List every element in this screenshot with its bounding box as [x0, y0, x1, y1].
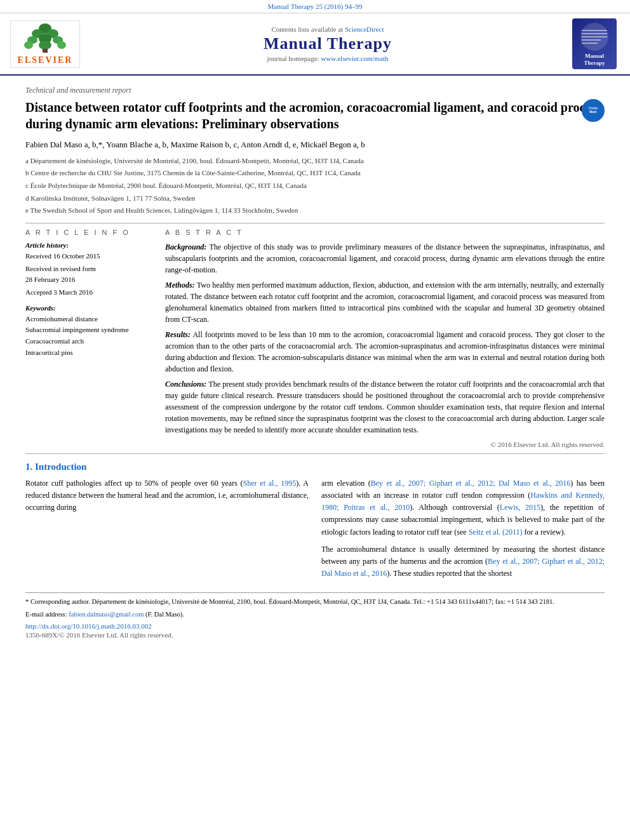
- received-revised-entry: Received in revised form28 February 2016: [25, 263, 152, 284]
- lewis-ref[interactable]: Lewis, 2015: [500, 503, 540, 512]
- divider-1: [25, 223, 605, 223]
- affiliation-a: a Département de kinésiologie, Universit…: [25, 156, 605, 167]
- crossmark-badge: Cross Mark: [582, 99, 605, 122]
- intro-two-col: Rotator cuff pathologies affect up to 50…: [25, 477, 605, 585]
- journal-logo-box-container: ManualTherapy: [569, 18, 620, 69]
- affiliation-b: b Centre de recherche du CHU Ste Justine…: [25, 168, 605, 179]
- authors-text: Fabien Dal Maso a, b,*, Yoann Blache a, …: [25, 140, 365, 149]
- abstract-column: A B S T R A C T Background: The objectiv…: [165, 229, 605, 448]
- intro-right-col: arm elevation (Bey et al., 2007; Giphart…: [321, 477, 605, 585]
- bey-ref-2[interactable]: Bey et al., 2007; Giphart et al., 2012; …: [321, 557, 605, 578]
- abstract-background: Background: The objective of this study …: [165, 241, 605, 276]
- intro-left-col: Rotator cuff pathologies affect up to 50…: [25, 477, 309, 585]
- elsevier-logo: ELSEVIER: [10, 20, 80, 68]
- authors-line: Fabien Dal Maso a, b,*, Yoann Blache a, …: [25, 138, 605, 152]
- affiliation-c: c École Polytechnique de Montréal, 2900 …: [25, 180, 605, 192]
- intro-heading: 1. Introduction: [25, 462, 605, 472]
- intro-title: Introduction: [35, 462, 86, 472]
- intro-left-para1: Rotator cuff pathologies affect up to 50…: [25, 477, 309, 514]
- bey-ref[interactable]: Bey et al., 2007; Giphart et al., 2012; …: [371, 479, 571, 488]
- svg-point-6: [24, 41, 33, 49]
- intro-number: 1.: [25, 462, 32, 472]
- journal-logo-title: ManualTherapy: [584, 53, 605, 67]
- issn-line: 1356-689X/© 2016 Elsevier Ltd. All right…: [25, 631, 605, 639]
- abstract-text: Background: The objective of this study …: [165, 241, 605, 436]
- info-abstract-section: A R T I C L E I N F O Article history: R…: [25, 229, 605, 448]
- abstract-methods: Methods: Two healthy men performed maxim…: [165, 279, 605, 325]
- accepted-entry: Accepted 3 March 2016: [25, 287, 152, 298]
- article-history: Article history: Received 16 October 201…: [25, 241, 152, 298]
- footnote-section: * Corresponding author. Département de k…: [25, 592, 605, 620]
- svg-point-8: [57, 41, 66, 49]
- received-entry: Received 16 October 2015: [25, 251, 152, 262]
- keyword-3: Coracoacromial arch: [25, 336, 152, 347]
- journal-header: ELSEVIER Contents lists available at Sci…: [0, 13, 630, 76]
- affiliation-e: e The Swedish School of Sport and Health…: [25, 205, 605, 217]
- email-footnote: E-mail address: fabien.dalmaso@gmail.com…: [25, 610, 605, 620]
- doi-line: http://dx.doi.org/10.1016/j.math.2016.03…: [25, 622, 605, 630]
- intro-section: 1. Introduction Rotator cuff pathologies…: [25, 462, 605, 585]
- affiliations: a Département de kinésiologie, Universit…: [25, 156, 605, 217]
- elsevier-logo-container: ELSEVIER: [10, 20, 86, 68]
- keyword-1: Acromiohumeral distance: [25, 314, 152, 325]
- title-text: Distance between rotator cuff footprints…: [25, 100, 601, 131]
- journal-title: Manual Therapy: [86, 34, 569, 53]
- contents-available: Contents lists available at ScienceDirec…: [86, 25, 569, 33]
- corresponding-footnote: * Corresponding author. Département de k…: [25, 597, 605, 607]
- keyword-4: Intracortical pins: [25, 347, 152, 359]
- journal-homepage: journal homepage: www.elsevier.com/math: [86, 55, 569, 62]
- affiliation-d: d Karolinska Institutet, Solnavägen 1, 1…: [25, 193, 605, 204]
- journal-logo-svg: [579, 21, 610, 53]
- copyright-notice: © 2016 Elsevier Ltd. All rights reserved…: [165, 441, 605, 448]
- sher-ref[interactable]: Sher et al., 1995: [243, 479, 297, 488]
- hawkins-ref[interactable]: Hawkins and Kennedy, 1980; Poitras et al…: [321, 491, 605, 512]
- elsevier-tree-svg: [20, 22, 70, 54]
- history-label: Article history:: [25, 241, 152, 249]
- article-info-column: A R T I C L E I N F O Article history: R…: [25, 229, 152, 448]
- intro-right-para1: arm elevation (Bey et al., 2007; Giphart…: [321, 477, 605, 538]
- intro-right-para2: The acromiohumeral distance is usually d…: [321, 543, 605, 580]
- svg-point-7: [39, 41, 51, 50]
- abstract-title: A B S T R A C T: [165, 229, 605, 236]
- keyword-2: Subacromial impingement syndrome: [25, 324, 152, 336]
- elsevier-wordmark: ELSEVIER: [18, 55, 73, 65]
- received-revised-text: Received in revised form28 February 2016: [25, 263, 152, 284]
- sciencedirect-link[interactable]: ScienceDirect: [345, 25, 384, 33]
- divider-2: [25, 453, 605, 454]
- svg-text:Mark: Mark: [589, 110, 597, 114]
- seitz-ref[interactable]: Seitz et al. (2011): [469, 528, 523, 537]
- citation-text: Manual Therapy 25 (2016) 94–99: [268, 3, 363, 10]
- article-container: Technical and measurement report Distanc…: [0, 76, 630, 646]
- homepage-link[interactable]: www.elsevier.com/math: [321, 55, 388, 62]
- journal-center-info: Contents lists available at ScienceDirec…: [86, 25, 569, 62]
- article-info-title: A R T I C L E I N F O: [25, 229, 152, 236]
- article-type: Technical and measurement report: [25, 81, 605, 95]
- keywords-section: Keywords: Acromiohumeral distance Subacr…: [25, 304, 152, 358]
- article-title: Distance between rotator cuff footprints…: [25, 99, 605, 132]
- svg-rect-9: [43, 49, 48, 53]
- journal-citation: Manual Therapy 25 (2016) 94–99: [0, 0, 630, 13]
- email-link[interactable]: fabien.dalmaso@gmail.com: [69, 611, 144, 618]
- journal-logo-box: ManualTherapy: [572, 18, 617, 69]
- crossmark-icon: Cross Mark: [586, 103, 601, 118]
- keywords-label: Keywords:: [25, 304, 152, 312]
- abstract-results: Results: All footprints moved to be less…: [165, 329, 605, 375]
- abstract-conclusions: Conclusions: The present study provides …: [165, 378, 605, 436]
